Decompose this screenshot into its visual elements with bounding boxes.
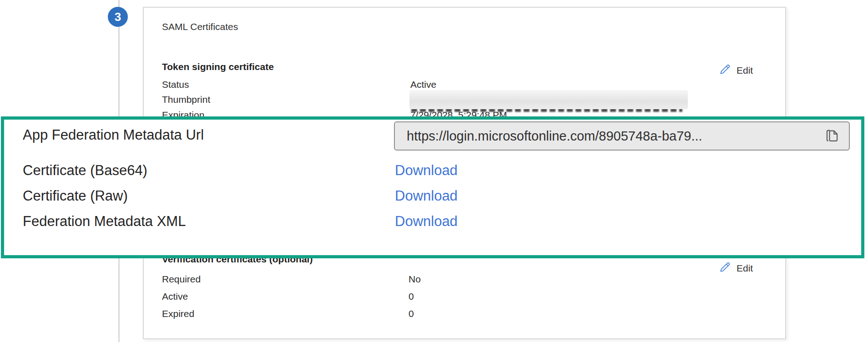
thumbprint-label: Thumbprint	[162, 94, 210, 105]
certificate-base64-label: Certificate (Base64)	[23, 162, 147, 179]
certificate-base64-download-link[interactable]: Download	[395, 162, 458, 179]
app-federation-metadata-url-label: App Federation Metadata Url	[23, 127, 204, 143]
saml-certificates-screen: 3 SAML Certificates Token signing certif…	[0, 0, 868, 342]
federation-metadata-xml-label: Federation Metadata XML	[23, 213, 186, 230]
zoom-callout-box: App Federation Metadata Url Certificate …	[1, 116, 864, 258]
required-label: Required	[162, 274, 201, 285]
required-value: No	[409, 274, 421, 285]
status-label: Status	[162, 79, 189, 90]
app-federation-metadata-url-field[interactable]	[394, 121, 850, 151]
federation-metadata-xml-download-link[interactable]: Download	[395, 213, 458, 230]
copy-icon	[823, 139, 841, 146]
token-certificate-edit-button[interactable]: Edit	[719, 63, 753, 78]
app-federation-metadata-url-input[interactable]	[407, 129, 817, 144]
status-value: Active	[410, 79, 436, 90]
active-count-label: Active	[162, 291, 188, 302]
copy-to-clipboard-button[interactable]	[823, 127, 841, 145]
verification-certificates-edit-button[interactable]: Edit	[719, 261, 753, 276]
thumbprint-blur-overlay	[409, 90, 688, 109]
expired-count-value: 0	[409, 308, 414, 319]
card-title: SAML Certificates	[162, 21, 238, 32]
edit-button-label: Edit	[737, 263, 753, 274]
edit-button-label: Edit	[737, 65, 753, 76]
edit-pencil-icon	[719, 63, 731, 78]
active-count-value: 0	[409, 291, 414, 302]
certificate-raw-download-link[interactable]: Download	[395, 188, 458, 204]
step-number: 3	[115, 10, 121, 24]
step-number-badge: 3	[108, 7, 128, 27]
expired-count-label: Expired	[162, 308, 194, 319]
edit-pencil-icon	[719, 261, 731, 276]
certificate-raw-label: Certificate (Raw)	[23, 188, 128, 204]
token-signing-certificate-heading: Token signing certificate	[162, 61, 274, 72]
